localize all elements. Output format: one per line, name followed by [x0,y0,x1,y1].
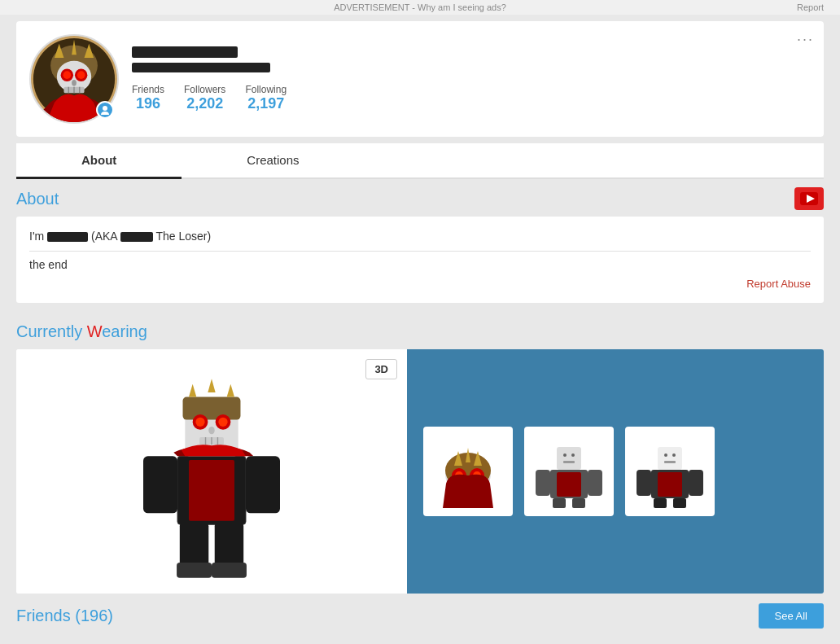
wearing-title-colored: W [87,322,103,340]
svg-point-61 [571,453,575,457]
svg-marker-26 [227,384,234,397]
svg-rect-68 [654,498,667,508]
ad-text: ADVERTISEMENT - Why am I seeing ads? [334,2,506,12]
svg-point-10 [77,71,85,79]
wearing-item-3[interactable] [625,427,715,516]
avatar-wrapper [29,34,119,124]
followers-value: 2,202 [186,95,223,112]
wearing-item-1[interactable] [423,427,513,516]
item-2-image [532,435,606,508]
section-wrapper: About I'm (AKA The Loser) the end Report… [16,179,824,313]
about-divider [29,251,811,252]
tab-creations[interactable]: Creations [182,143,364,179]
friends-section: Friends (196) See All [16,603,824,629]
svg-point-29 [195,418,204,427]
tabs-bar: About Creations [16,143,824,179]
online-badge [96,101,114,119]
ad-report-link[interactable]: Report [797,2,824,12]
about-title: About [16,190,59,208]
character-model [114,357,309,585]
svg-point-71 [672,453,676,457]
svg-rect-57 [588,470,602,496]
svg-rect-40 [177,563,212,578]
svg-rect-65 [658,472,682,497]
svg-rect-20 [189,460,234,521]
svg-rect-23 [183,397,241,420]
report-abuse-link[interactable]: Report Abuse [29,278,811,290]
svg-point-11 [72,80,77,86]
wearing-title: Currently Wearing [16,322,824,341]
wearing-section: Currently Wearing [16,322,824,594]
svg-rect-69 [673,498,686,508]
about-bio-line1: I'm (AKA The Loser) [29,230,811,243]
dots-menu-button[interactable]: ··· [797,31,814,48]
see-all-button[interactable]: See All [759,603,824,629]
svg-rect-36 [143,456,177,513]
profile-info: Friends 196 Followers 2,202 Following 2,… [132,46,811,112]
about-end-text: the end [29,258,811,271]
stats-row: Friends 196 Followers 2,202 Following 2,… [132,84,811,112]
svg-rect-63 [658,447,682,470]
svg-marker-25 [208,379,215,392]
svg-point-31 [208,427,214,434]
wearing-3d-view: 3D [16,349,407,594]
friends-title: Friends (196) [16,607,113,625]
friends-label: Friends [132,84,164,95]
svg-rect-56 [536,470,550,496]
about-header: About [16,179,824,217]
svg-point-70 [664,453,667,457]
wearing-card: 3D [16,349,824,594]
username-redacted-1 [132,46,238,58]
svg-rect-62 [563,461,575,463]
stat-followers[interactable]: Followers 2,202 [184,84,225,112]
youtube-button[interactable] [794,187,824,210]
bio-redacted-2 [120,232,153,242]
followers-label: Followers [184,84,225,95]
svg-point-16 [103,106,107,111]
svg-point-60 [563,453,567,457]
svg-rect-37 [246,456,280,513]
profile-card: Friends 196 Followers 2,202 Following 2,… [16,21,824,137]
svg-rect-53 [557,447,581,470]
svg-point-9 [63,71,72,79]
following-value: 2,197 [247,95,284,112]
svg-rect-66 [637,470,651,496]
item-1-image [431,435,505,508]
svg-point-30 [218,418,227,427]
stat-friends[interactable]: Friends 196 [132,84,164,112]
svg-rect-59 [572,498,585,508]
username-redacted-2 [132,63,270,72]
bio-redacted-1 [47,232,88,242]
svg-rect-41 [212,563,247,578]
svg-rect-67 [689,470,703,496]
svg-marker-24 [189,384,196,397]
threed-button[interactable]: 3D [365,359,397,379]
following-label: Following [245,84,287,95]
tab-about[interactable]: About [16,143,182,179]
about-box: I'm (AKA The Loser) the end Report Abuse [16,217,824,303]
svg-rect-55 [557,472,581,497]
svg-rect-72 [664,461,676,463]
friends-value: 196 [136,95,160,112]
wearing-item-2[interactable] [524,427,614,516]
wearing-items-grid [407,349,824,594]
stat-following[interactable]: Following 2,197 [245,84,287,112]
ad-bar: ADVERTISEMENT - Why am I seeing ads? Rep… [0,0,840,15]
svg-rect-58 [553,498,566,508]
item-3-image [633,435,707,508]
